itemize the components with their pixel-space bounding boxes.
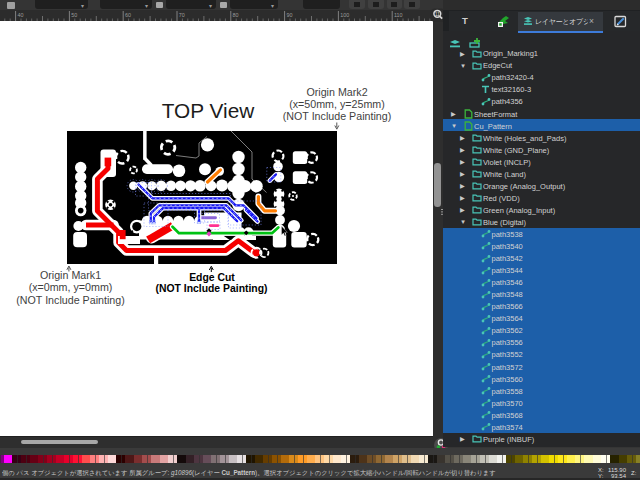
svg-text:(NOT Include Painting): (NOT Include Painting) — [16, 294, 125, 306]
svg-text:100: 100 — [340, 12, 349, 18]
svg-text:(x=50mm, y=25mm): (x=50mm, y=25mm) — [289, 98, 385, 110]
svg-text:60: 60 — [125, 12, 131, 18]
svg-text:Origin Mark1: Origin Mark1 — [40, 269, 101, 281]
svg-text:(NOT Include Painting): (NOT Include Painting) — [283, 110, 392, 122]
svg-text:40: 40 — [17, 12, 23, 18]
svg-text:(NOT Include Painting): (NOT Include Painting) — [156, 283, 268, 294]
svg-text:(x=0mm, y=0mm): (x=0mm, y=0mm) — [29, 281, 113, 293]
svg-text:70: 70 — [179, 12, 185, 18]
svg-text:TOP View: TOP View — [162, 99, 255, 122]
svg-text:50: 50 — [71, 12, 77, 18]
svg-text:Origin Mark2: Origin Mark2 — [306, 86, 367, 98]
svg-text:90: 90 — [286, 12, 292, 18]
svg-text:80: 80 — [233, 12, 239, 18]
svg-text:11: 11 — [435, 11, 440, 17]
svg-text:110: 110 — [394, 12, 403, 18]
svg-text:Edge Cut: Edge Cut — [189, 272, 235, 283]
